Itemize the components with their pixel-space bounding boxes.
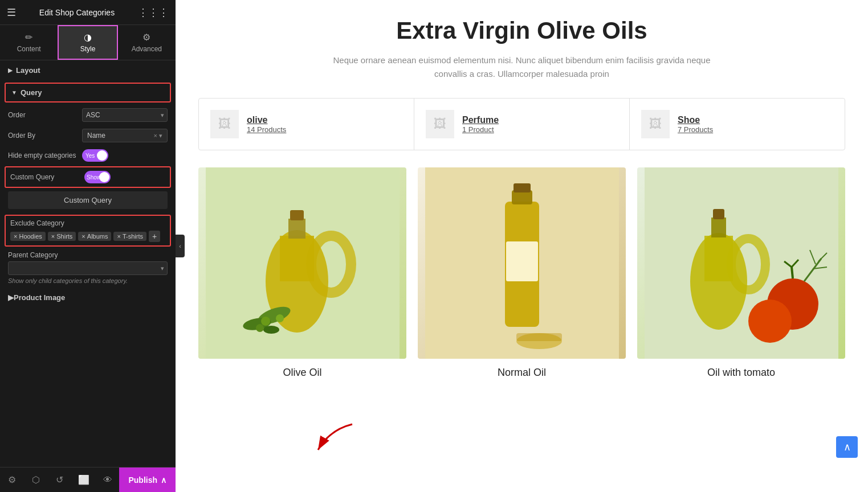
category-card-shoe[interactable]: 🖼 Shoe 7 Products	[630, 99, 845, 150]
tag-hoodies-label: Hoodies	[19, 233, 42, 240]
parent-category-select-wrap	[8, 261, 168, 275]
product-name-oil-tomato: Oil with tomato	[707, 367, 775, 379]
advanced-tab-icon: ⚙	[142, 32, 150, 43]
product-name-normal-oil: Normal Oil	[498, 367, 546, 379]
hide-empty-label: Hide empty categories	[8, 151, 82, 159]
order-label: Order	[8, 111, 82, 119]
query-arrow-icon: ▼	[11, 89, 17, 96]
sidebar-header: ☰ Edit Shop Categories ⋮⋮⋮	[0, 0, 176, 25]
orderby-value: Name	[87, 132, 105, 140]
hide-empty-toggle[interactable]: Yes	[82, 149, 108, 162]
query-section-header[interactable]: ▼ Query	[5, 83, 171, 102]
sidebar-bottom-bar: ⚙ ⬡ ↺ ⬜ 👁 Publish ∧	[0, 467, 176, 492]
product-image-normal-oil	[418, 167, 626, 359]
layers-icon[interactable]: ⬡	[24, 468, 48, 493]
tag-hoodies-x[interactable]: ×	[14, 233, 17, 240]
order-row: Order ASC DESC	[0, 105, 176, 125]
history-icon[interactable]: ↺	[48, 468, 72, 493]
custom-query-row: Custom Query Show	[5, 166, 171, 188]
category-thumb-perfume: 🖼	[426, 110, 454, 138]
settings-icon[interactable]: ⚙	[0, 468, 24, 493]
tab-style[interactable]: ◑ Style	[58, 25, 117, 60]
hide-empty-toggle-knob	[97, 150, 107, 161]
hide-empty-control: Yes	[82, 149, 168, 162]
orderby-control: Name × ▾	[82, 129, 168, 142]
tag-shirts: × Shirts	[48, 232, 76, 241]
product-image-oil-tomato	[637, 167, 845, 359]
tag-shirts-label: Shirts	[56, 233, 72, 240]
hamburger-icon[interactable]: ☰	[7, 6, 16, 19]
category-name-olive: olive	[247, 115, 286, 125]
style-tab-icon: ◑	[84, 32, 92, 43]
layout-section-header[interactable]: ▶ Layout	[0, 60, 176, 80]
page-subtitle: Neque ornare aenean euismod elementum ni…	[323, 54, 722, 81]
product-item-olive-oil: Olive Oil	[198, 167, 406, 379]
query-section-label: Query	[21, 88, 42, 97]
scroll-to-top-button[interactable]: ∧	[836, 436, 858, 458]
publish-button[interactable]: Publish ∧	[119, 468, 176, 493]
tag-tshirts: × T-shirts	[113, 232, 146, 241]
page-title: Extra Virgin Olive Oils	[198, 17, 845, 44]
product-image-label: Product Image	[14, 293, 65, 302]
category-card-olive[interactable]: 🖼 olive 14 Products	[199, 99, 414, 150]
sidebar-title: Edit Shop Categories	[39, 8, 115, 17]
svg-point-26	[748, 300, 792, 343]
sidebar-tabs: ✏ Content ◑ Style ⚙ Advanced	[0, 25, 176, 60]
parent-category-section: Parent Category Show only child categori…	[0, 251, 176, 288]
tag-albums-label: Albums	[87, 233, 108, 240]
svg-rect-5	[290, 210, 304, 220]
publish-chevron-icon: ∧	[161, 475, 166, 485]
tag-albums-x[interactable]: ×	[81, 233, 85, 240]
tag-shirts-x[interactable]: ×	[51, 233, 55, 240]
tab-advanced-label: Advanced	[132, 45, 162, 53]
hide-empty-toggle-label: Yes	[85, 153, 95, 159]
parent-category-label: Parent Category	[8, 251, 168, 259]
tab-content-label: Content	[17, 45, 41, 53]
tab-style-label: Style	[80, 45, 96, 53]
orderby-row: Order By Name × ▾	[0, 125, 176, 146]
product-image-olive-oil	[198, 167, 406, 359]
red-arrow-annotation	[307, 419, 364, 461]
svg-point-9	[261, 317, 270, 326]
orderby-x-icon[interactable]: × ▾	[154, 132, 162, 140]
category-name-shoe: Shoe	[678, 115, 713, 125]
category-card-perfume[interactable]: 🖼 Perfume 1 Product	[414, 99, 630, 150]
tag-tshirts-x[interactable]: ×	[117, 233, 120, 240]
tag-hoodies: × Hoodies	[10, 232, 46, 241]
grid-icon[interactable]: ⋮⋮⋮	[138, 6, 169, 19]
order-select[interactable]: ASC DESC	[82, 108, 168, 122]
category-thumb-shoe: 🖼	[641, 110, 670, 138]
orderby-label: Order By	[8, 132, 82, 140]
svg-rect-22	[711, 218, 726, 237]
parent-category-select[interactable]	[8, 261, 168, 275]
svg-point-11	[256, 324, 264, 332]
custom-query-button[interactable]: Custom Query	[8, 191, 168, 209]
custom-query-label: Custom Query	[10, 173, 84, 181]
category-name-perfume: Perfume	[462, 115, 499, 125]
tab-content[interactable]: ✏ Content	[0, 25, 58, 60]
publish-label: Publish	[128, 475, 157, 485]
category-cards-row: 🖼 olive 14 Products 🖼 Perfume 1 Product …	[198, 98, 845, 150]
category-thumb-olive: 🖼	[210, 110, 239, 138]
sidebar-collapse-button[interactable]: ‹	[176, 235, 185, 257]
svg-rect-24	[713, 209, 724, 219]
svg-point-10	[276, 314, 284, 322]
category-info-perfume: Perfume 1 Product	[462, 115, 499, 134]
category-info-shoe: Shoe 7 Products	[678, 115, 713, 134]
preview-icon[interactable]: 👁	[96, 468, 120, 493]
sidebar: ☰ Edit Shop Categories ⋮⋮⋮ ✏ Content ◑ S…	[0, 0, 176, 492]
content-tab-icon: ✏	[25, 32, 32, 43]
tab-advanced[interactable]: ⚙ Advanced	[118, 25, 176, 60]
main-content: Extra Virgin Olive Oils Neque ornare aen…	[176, 0, 868, 492]
svg-rect-15	[514, 183, 531, 192]
svg-point-8	[263, 326, 279, 334]
tag-add-button[interactable]: +	[149, 231, 160, 242]
product-image-section-header[interactable]: ▶ Product Image	[0, 288, 176, 308]
custom-query-toggle-knob	[99, 172, 109, 182]
category-count-olive: 14 Products	[247, 125, 286, 134]
parent-category-hint: Show only child categories of this categ…	[8, 277, 168, 284]
responsive-icon[interactable]: ⬜	[72, 468, 96, 493]
tag-albums: × Albums	[78, 232, 111, 241]
custom-query-toggle[interactable]: Show	[84, 171, 111, 183]
product-name-olive-oil: Olive Oil	[283, 367, 321, 379]
